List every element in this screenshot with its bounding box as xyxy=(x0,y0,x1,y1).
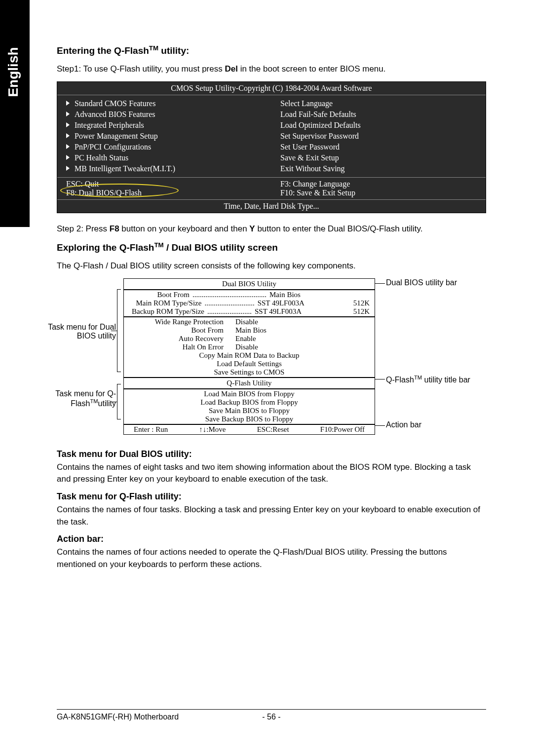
footer-page-number: - 56 - xyxy=(246,713,297,721)
dots: ........................... xyxy=(204,299,254,307)
t: in the boot screen to enter BIOS menu. xyxy=(238,64,386,74)
t: utility xyxy=(98,399,116,408)
menu-item: Integrated Peripherals xyxy=(66,120,263,131)
f8-hint: F8: Dual BIOS/Q-Flash xyxy=(66,189,263,197)
h-text: utility: xyxy=(158,45,189,56)
v: Disable xyxy=(232,318,330,326)
k: Wide Range Protection xyxy=(129,318,227,326)
v: Main Bios xyxy=(266,291,330,299)
v: Main Bios xyxy=(232,326,330,335)
page-content: Entering the Q-FlashTM utility: Step1: T… xyxy=(57,44,486,576)
k: Backup ROM Type/Size xyxy=(129,307,207,316)
triangle-icon xyxy=(66,166,70,171)
menu-item: PnP/PCI Configurations xyxy=(66,142,263,152)
foot-right: F3: Change Language F10: Save & Exit Set… xyxy=(271,178,486,199)
task-row: Save Settings to CMOS xyxy=(124,368,375,377)
desc-p2: Contains the names of four tasks. Blocki… xyxy=(57,504,486,528)
dual-bios-tasks: Wide Range ProtectionDisable Boot FromMa… xyxy=(123,317,375,378)
dots: ........................................ xyxy=(192,291,266,299)
t: utility title bar xyxy=(422,376,470,384)
menu-item: Set User Password xyxy=(280,142,477,152)
triangle-icon xyxy=(66,112,70,116)
utility-screenshot: Dual BIOS Utility Boot From ............… xyxy=(123,278,375,435)
tm-mark: TM xyxy=(414,375,422,380)
callout-qflash-title: Q-FlashTM utility title bar xyxy=(386,375,490,384)
task-row: Halt On ErrorDisable xyxy=(124,343,375,351)
task-row: Auto RecoveryEnable xyxy=(124,335,375,343)
t: Step 2: Press xyxy=(57,224,110,233)
t: Q-Flash Utility xyxy=(124,378,375,388)
t: PnP/PCI Configurations xyxy=(75,143,151,151)
leader-line xyxy=(375,283,385,284)
action: ↑↓:Move xyxy=(199,425,226,434)
menu-item: MB Intelligent Tweaker(M.I.T.) xyxy=(66,163,263,174)
menu-item: Select Language xyxy=(280,98,477,109)
t: Exploring the Q-Flash xyxy=(57,242,154,253)
step1-text: Step1: To use Q-Flash utility, you must … xyxy=(57,63,486,76)
f10-hint: F10: Save & Exit Setup xyxy=(280,189,477,197)
t: button on your keyboard and then xyxy=(119,224,250,233)
step2-text: Step 2: Press F8 button on your keyboard… xyxy=(57,223,486,235)
task-row: Copy Main ROM Data to Backup xyxy=(124,351,375,360)
t: Step1: To use Q-Flash utility, you must … xyxy=(57,64,225,74)
desc-p1: Contains the names of eight tasks and tw… xyxy=(57,461,486,486)
menu-item: Power Management Setup xyxy=(66,131,263,142)
brace xyxy=(117,289,121,372)
k: Boot From xyxy=(129,291,192,299)
menu-item: Save & Exit Setup xyxy=(280,152,477,163)
action-bar: Enter : Run ↑↓:Move ESC:Reset F10:Power … xyxy=(123,424,375,435)
v: SST 49LF003A xyxy=(252,307,330,316)
callout-dual-bios-tasks: Task menu for Dual BIOS utility xyxy=(47,323,116,340)
tm-mark: TM xyxy=(154,241,163,249)
menu-item: Advanced BIOS Features xyxy=(66,109,263,120)
dual-bios-figure: Dual BIOS Utility Boot From ............… xyxy=(57,278,486,436)
t: Standard CMOS Features xyxy=(75,99,155,108)
esc-hint: ESC: Quit xyxy=(66,180,263,189)
menu-item: Set Supervisor Password xyxy=(280,131,477,142)
task-row: Load Default Settings xyxy=(124,360,375,368)
k: Auto Recovery xyxy=(129,335,227,343)
triangle-icon xyxy=(66,122,70,127)
task-row: Wide Range ProtectionDisable xyxy=(124,318,375,326)
page-footer: GA-K8N51GMF(-RH) Motherboard - 56 - xyxy=(57,709,486,721)
leader-line xyxy=(375,425,385,426)
foot-left: ESC: Quit F8: Dual BIOS/Q-Flash xyxy=(57,178,271,199)
action: Enter : Run xyxy=(134,425,168,434)
cmos-status: Time, Date, Hard Disk Type... xyxy=(57,200,486,213)
menu-item: Load Optimized Defaults xyxy=(280,120,477,131)
qflash-title-bar: Q-Flash Utility xyxy=(123,378,375,389)
dual-bios-info: Boot From ..............................… xyxy=(123,290,375,317)
v: SST 49LF003A xyxy=(255,299,330,307)
task-row: Save Main BIOS to Floppy xyxy=(124,407,375,415)
leader-line xyxy=(375,379,385,379)
cmos-left-col: Standard CMOS Features Advanced BIOS Fea… xyxy=(57,95,271,177)
action: ESC:Reset xyxy=(257,425,289,434)
task-row: Load Main BIOS from Floppy xyxy=(124,390,375,398)
footer-product: GA-K8N51GMF(-RH) Motherboard xyxy=(57,713,246,721)
triangle-icon xyxy=(66,133,70,138)
triangle-icon xyxy=(66,101,70,106)
h-text: Entering the Q-Flash xyxy=(57,45,149,56)
key-f8: F8 xyxy=(110,224,119,233)
tm-mark: TM xyxy=(149,44,158,52)
callout-action-bar: Action bar xyxy=(386,420,485,429)
triangle-icon xyxy=(66,144,70,149)
menu-item: Exit Without Saving xyxy=(280,163,477,174)
v: Enable xyxy=(232,335,330,343)
menu-item: Standard CMOS Features xyxy=(66,98,263,109)
action: F10:Power Off xyxy=(320,425,365,434)
task-row: Save Backup BIOS to Floppy xyxy=(124,415,375,423)
desc-h3: Action bar: xyxy=(57,534,486,544)
desc-p3: Contains the names of four actions neede… xyxy=(57,546,486,570)
cmos-setup-screenshot: CMOS Setup Utility-Copyright (C) 1984-20… xyxy=(57,81,486,213)
info-row: Boot From ..............................… xyxy=(124,291,375,299)
k: Main ROM Type/Size xyxy=(129,299,204,307)
dots: ........................ xyxy=(207,307,252,316)
section1-heading: Entering the Q-FlashTM utility: xyxy=(57,44,486,56)
t: Dual BIOS Utility xyxy=(124,279,375,289)
info-row: Backup ROM Type/Size ...................… xyxy=(124,307,375,316)
t: Q-Flash xyxy=(386,376,414,384)
f3-hint: F3: Change Language xyxy=(280,180,477,189)
triangle-icon xyxy=(66,155,70,160)
sz: 512K xyxy=(330,307,370,316)
